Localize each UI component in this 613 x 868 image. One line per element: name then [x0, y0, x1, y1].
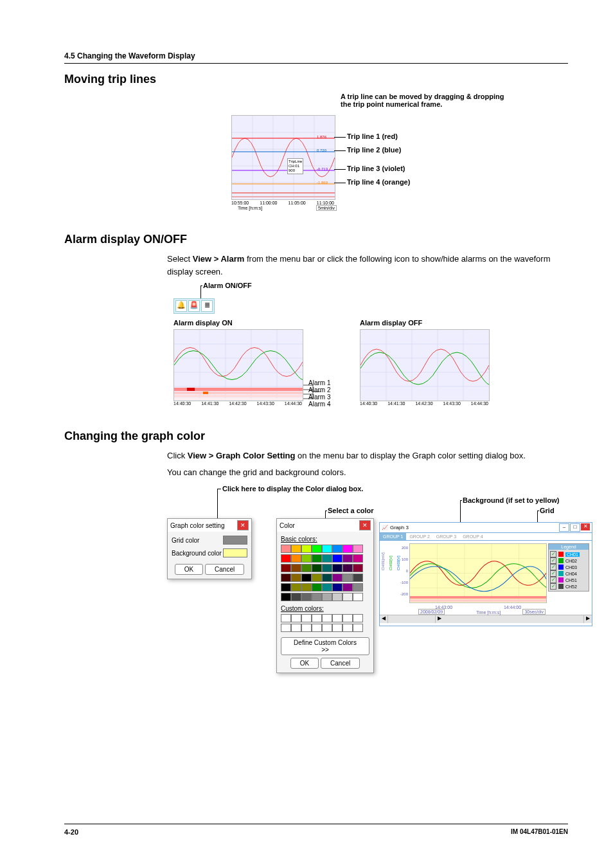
color-swatch[interactable] [322, 574, 332, 582]
color-swatch[interactable] [312, 545, 322, 553]
scroll-right-icon[interactable]: ▶ [435, 615, 443, 623]
ok-button[interactable]: OK [290, 658, 319, 669]
check-icon[interactable]: ✓ [550, 564, 556, 570]
label-alarm-onoff: Alarm ON/OFF [203, 282, 252, 289]
color-swatch[interactable] [322, 554, 332, 563]
color-swatch[interactable] [281, 564, 291, 572]
cancel-button[interactable]: Cancel [321, 658, 360, 669]
color-swatch[interactable] [291, 583, 301, 592]
color-swatch[interactable] [281, 593, 291, 601]
color-swatch[interactable] [353, 593, 363, 601]
heading-moving-trip-lines: Moving trip lines [64, 73, 568, 86]
color-swatch[interactable] [291, 554, 301, 563]
color-swatch[interactable] [353, 574, 363, 582]
scroll-left-icon[interactable]: ◀ [380, 615, 388, 623]
color-swatch[interactable] [322, 593, 332, 601]
color-swatch[interactable] [291, 593, 301, 601]
color-swatch[interactable] [322, 583, 332, 592]
close-icon[interactable]: ✕ [581, 523, 590, 530]
list-icon[interactable]: ≣ [201, 300, 213, 312]
alarm-xtick: 14:43:30 [257, 401, 274, 406]
grid-color-swatch[interactable] [223, 536, 247, 545]
color-swatch[interactable] [281, 545, 291, 553]
custom-colors-grid[interactable] [281, 614, 369, 632]
color-swatch[interactable] [332, 574, 342, 582]
legend-label: CH01 [565, 552, 580, 557]
color-swatch[interactable] [301, 545, 312, 553]
color-swatch[interactable] [312, 593, 322, 601]
ok-button[interactable]: OK [175, 564, 203, 575]
color-swatch[interactable] [291, 545, 301, 553]
alarm-icon[interactable]: 🚨 [188, 300, 200, 312]
color-swatch[interactable] [342, 554, 353, 563]
alarm-xtick: 14:40:30 [360, 401, 377, 406]
color-swatch[interactable] [301, 574, 312, 582]
color-swatch[interactable] [301, 593, 312, 601]
check-icon[interactable]: ✓ [550, 557, 556, 564]
color-swatch[interactable] [342, 545, 353, 553]
cancel-button[interactable]: Cancel [205, 564, 244, 575]
color-swatch[interactable] [281, 583, 291, 592]
legend: Legend ✓CH01✓CH02✓CH03✓CH04✓CH51✓CH52 [548, 543, 589, 592]
color-swatch[interactable] [312, 574, 322, 582]
color-swatch[interactable] [301, 583, 312, 592]
color-swatch[interactable] [342, 564, 353, 572]
svg-rect-44 [410, 596, 546, 599]
legend-item[interactable]: ✓CH52 [550, 583, 587, 590]
bell-icon[interactable]: 🔔 [175, 300, 187, 312]
color-swatch[interactable] [312, 554, 322, 563]
dialog-color[interactable]: Color ✕ Basic colors: Custom colors: Def… [276, 518, 374, 673]
color-swatch[interactable] [301, 564, 312, 572]
legend-item[interactable]: ✓CH01 [550, 551, 587, 557]
color-swatch[interactable] [353, 545, 363, 553]
dialog-title: Graph color setting [170, 522, 225, 529]
window-graph3[interactable]: 📈Graph 3 – □ ✕ GROUP 1 GROUP 2 GROUP 3 G… [379, 522, 592, 626]
color-swatch[interactable] [291, 564, 301, 572]
color-swatch[interactable] [353, 554, 363, 563]
legend-item[interactable]: ✓CH02 [550, 557, 587, 564]
tab-group1[interactable]: GROUP 1 [380, 533, 406, 540]
legend-item[interactable]: ✓CH51 [550, 577, 587, 583]
alarm-xtick: 14:40:30 [173, 401, 191, 406]
color-swatch[interactable] [332, 593, 342, 601]
check-icon[interactable]: ✓ [550, 570, 556, 577]
color-swatch[interactable] [342, 583, 353, 592]
label-click-here: Click here to display the Color dialog b… [222, 485, 363, 493]
bg-color-swatch[interactable] [223, 548, 247, 557]
color-swatch[interactable] [353, 564, 363, 572]
color-swatch[interactable] [291, 574, 301, 582]
color-swatch[interactable] [322, 564, 332, 572]
check-icon[interactable]: ✓ [550, 551, 556, 557]
color-swatch[interactable] [342, 593, 353, 601]
color-swatch[interactable] [353, 583, 363, 592]
color-swatch[interactable] [281, 554, 291, 563]
color-swatch[interactable] [332, 545, 342, 553]
maximize-icon[interactable]: □ [570, 523, 580, 532]
label-basic-colors: Basic colors: [281, 536, 369, 543]
legend-item[interactable]: ✓CH03 [550, 564, 587, 570]
color-swatch[interactable] [322, 545, 332, 553]
close-icon[interactable]: ✕ [359, 520, 371, 530]
color-swatch[interactable] [332, 564, 342, 572]
close-icon[interactable]: ✕ [237, 520, 249, 530]
legend-item[interactable]: ✓CH04 [550, 570, 587, 577]
minimize-icon[interactable]: – [559, 523, 569, 532]
color-swatch[interactable] [342, 574, 353, 582]
color-swatch[interactable] [332, 583, 342, 592]
color-swatch[interactable] [312, 583, 322, 592]
check-icon[interactable]: ✓ [550, 577, 556, 583]
dialog-graph-color-setting[interactable]: Graph color setting ✕ Grid color Backgro… [167, 518, 252, 579]
color-swatch[interactable] [301, 554, 312, 563]
color-swatch[interactable] [312, 564, 322, 572]
basic-colors-grid[interactable] [281, 545, 369, 601]
tab-group4[interactable]: GROUP 4 [459, 533, 486, 540]
ylabel: CH01[mV] [381, 552, 385, 570]
define-custom-button[interactable]: Define Custom Colors >> [281, 637, 369, 655]
scroll-right-icon[interactable]: ▶ [583, 615, 592, 623]
color-swatch[interactable] [281, 574, 291, 582]
tab-group3[interactable]: GROUP 3 [433, 533, 459, 540]
check-icon[interactable]: ✓ [550, 583, 556, 590]
tab-group2[interactable]: GROUP 2 [406, 533, 432, 540]
svg-rect-28 [203, 392, 208, 394]
color-swatch[interactable] [332, 554, 342, 563]
